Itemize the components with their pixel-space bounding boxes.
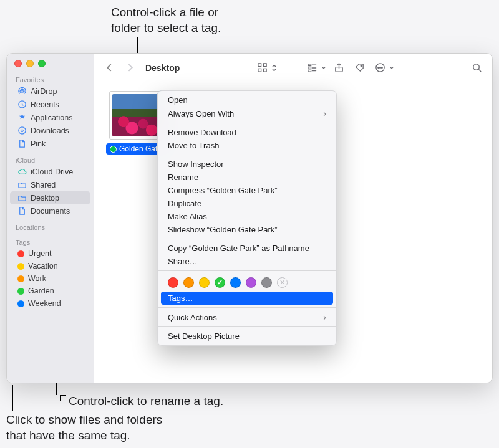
breadcrumb-title: Desktop bbox=[145, 63, 180, 73]
cm-rename-label: Rename bbox=[168, 173, 198, 182]
cm-quick-actions[interactable]: Quick Actions› bbox=[158, 310, 336, 324]
cm-duplicate[interactable]: Duplicate bbox=[158, 197, 336, 210]
tag-color-circle[interactable] bbox=[246, 277, 256, 288]
tag-color-circle[interactable] bbox=[168, 277, 178, 288]
chevron-down-icon bbox=[321, 65, 326, 70]
sidebar-item-icloud-drive[interactable]: iCloud Drive bbox=[10, 165, 90, 178]
sidebar-item-pink[interactable]: Pink bbox=[10, 137, 90, 150]
tag-dot-icon bbox=[17, 250, 24, 257]
sidebar-item-label: Weekend bbox=[28, 299, 61, 308]
cm-open[interactable]: Open bbox=[158, 93, 336, 107]
svg-point-0 bbox=[21, 90, 24, 93]
sidebar-tag-vacation[interactable]: Vacation bbox=[10, 260, 90, 272]
svg-rect-7 bbox=[308, 64, 311, 66]
checkmark-icon: ✓ bbox=[217, 279, 223, 287]
cm-copy-pathname[interactable]: Copy “Golden Gate Park” as Pathname bbox=[158, 242, 336, 255]
share-button[interactable] bbox=[331, 60, 347, 75]
chevron-right-icon: › bbox=[323, 108, 326, 118]
sidebar-section-tags: Tags bbox=[7, 236, 94, 247]
tag-color-circle[interactable] bbox=[230, 277, 241, 288]
sidebar-item-airdrop[interactable]: AirDrop bbox=[10, 85, 90, 98]
svg-rect-5 bbox=[258, 69, 261, 72]
sidebar-item-desktop[interactable]: Desktop bbox=[10, 191, 90, 204]
search-button[interactable] bbox=[469, 60, 485, 75]
sidebar-tag-weekend[interactable]: Weekend bbox=[10, 297, 90, 310]
sidebar-item-downloads[interactable]: Downloads bbox=[10, 124, 90, 137]
annotation-line-bot bbox=[12, 385, 13, 411]
cm-share-label: Share… bbox=[168, 257, 198, 266]
minimize-button[interactable] bbox=[26, 60, 34, 67]
cm-move-to-trash[interactable]: Move to Trash bbox=[158, 139, 336, 152]
icon-view-icon[interactable] bbox=[254, 60, 270, 75]
cm-separator bbox=[158, 307, 336, 308]
cm-slideshow-label: Slideshow “Golden Gate Park” bbox=[168, 225, 278, 234]
view-disclosure-icon bbox=[271, 64, 277, 72]
sidebar-item-label: Desktop bbox=[31, 194, 59, 203]
tag-color-circle[interactable] bbox=[261, 277, 272, 288]
tag-button[interactable] bbox=[352, 60, 367, 75]
close-button[interactable] bbox=[14, 60, 22, 67]
sidebar-item-label: Recents bbox=[31, 100, 59, 109]
cm-share[interactable]: Share… bbox=[158, 255, 336, 268]
maximize-button[interactable] bbox=[38, 60, 46, 67]
context-menu: Open Always Open With› Remove Download M… bbox=[157, 90, 337, 346]
sidebar: Favorites AirDropRecentsApplicationsDown… bbox=[7, 54, 94, 383]
cm-separator bbox=[158, 270, 336, 271]
cm-remove-download[interactable]: Remove Download bbox=[158, 126, 336, 139]
sidebar-item-shared[interactable]: Shared bbox=[10, 178, 90, 191]
tag-color-circle[interactable] bbox=[183, 277, 194, 288]
sidebar-item-applications[interactable]: Applications bbox=[10, 111, 90, 124]
cm-remove-download-label: Remove Download bbox=[168, 128, 236, 137]
cm-tags-label: Tags… bbox=[168, 293, 193, 303]
cm-always-open-with-label: Always Open With bbox=[168, 109, 234, 118]
sidebar-item-label: Work bbox=[28, 274, 46, 283]
tag-color-circle[interactable] bbox=[199, 277, 210, 288]
tag-chip-green bbox=[110, 146, 117, 153]
annotation-top: Control-click a file or folder to select… bbox=[111, 5, 221, 36]
tag-dot-icon bbox=[17, 288, 24, 295]
x-icon: ✕ bbox=[279, 279, 285, 287]
apps-icon bbox=[17, 113, 27, 122]
chevron-down-icon bbox=[389, 65, 394, 70]
group-view-icon[interactable] bbox=[304, 60, 320, 75]
cm-compress[interactable]: Compress “Golden Gate Park” bbox=[158, 184, 336, 197]
tag-color-circle[interactable]: ✓ bbox=[215, 277, 225, 288]
cm-always-open-with[interactable]: Always Open With› bbox=[158, 107, 336, 120]
sidebar-item-label: Vacation bbox=[28, 262, 58, 270]
svg-point-18 bbox=[382, 67, 383, 69]
cm-tags[interactable]: Tags… bbox=[161, 292, 333, 305]
cm-set-desktop-picture[interactable]: Set Desktop Picture bbox=[158, 330, 336, 343]
cm-make-alias-label: Make Alias bbox=[168, 212, 207, 221]
sidebar-item-label: AirDrop bbox=[31, 87, 57, 96]
cm-show-inspector[interactable]: Show Inspector bbox=[158, 158, 336, 171]
view-controls[interactable] bbox=[254, 60, 277, 75]
sidebar-item-label: Urgent bbox=[28, 249, 52, 258]
tag-dot-icon bbox=[17, 263, 24, 270]
cm-slideshow[interactable]: Slideshow “Golden Gate Park” bbox=[158, 223, 336, 236]
svg-point-17 bbox=[380, 67, 381, 69]
svg-point-14 bbox=[361, 65, 362, 67]
sidebar-item-label: Applications bbox=[31, 113, 72, 122]
sidebar-tag-work[interactable]: Work bbox=[10, 272, 90, 285]
annotation-line-mid-v bbox=[60, 395, 61, 401]
sidebar-tag-urgent[interactable]: Urgent bbox=[10, 247, 90, 260]
cm-make-alias[interactable]: Make Alias bbox=[158, 210, 336, 223]
back-button[interactable] bbox=[102, 60, 117, 75]
svg-rect-3 bbox=[258, 64, 261, 67]
sidebar-item-recents[interactable]: Recents bbox=[10, 98, 90, 111]
cm-separator bbox=[158, 326, 336, 327]
sidebar-item-label: Pink bbox=[31, 140, 46, 148]
cloud-icon bbox=[17, 167, 27, 176]
forward-button[interactable] bbox=[122, 60, 138, 75]
tag-dot-icon bbox=[17, 300, 24, 307]
sidebar-item-label: Shared bbox=[31, 181, 56, 189]
group-controls[interactable] bbox=[304, 60, 326, 75]
doc-icon bbox=[17, 206, 27, 216]
action-button[interactable] bbox=[372, 60, 394, 75]
sidebar-tag-garden[interactable]: Garden bbox=[10, 285, 90, 297]
toolbar: Desktop bbox=[94, 54, 492, 82]
cm-rename[interactable]: Rename bbox=[158, 171, 336, 184]
tag-dot-icon bbox=[17, 275, 24, 282]
sidebar-item-documents[interactable]: Documents bbox=[10, 204, 90, 217]
tag-color-none[interactable]: ✕ bbox=[277, 277, 288, 288]
